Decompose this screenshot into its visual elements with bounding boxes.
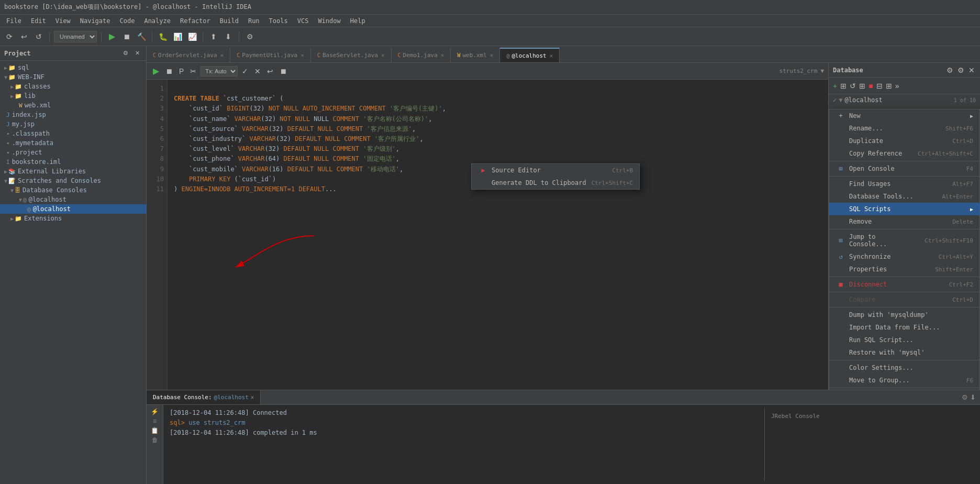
ctx-copy-ref[interactable]: Copy Reference Ctrl+Alt+Shift+C [829, 147, 979, 160]
tab-localhost[interactable]: @ @localhost ✕ [500, 48, 560, 62]
tab-baseservlet[interactable]: C BaseServlet.java ✕ [311, 48, 392, 62]
sql-run-btn[interactable]: ▶ [151, 65, 161, 77]
ctx-move-group[interactable]: Move to Group... F6 [829, 374, 979, 387]
toolbar-stop[interactable]: ⏹ [120, 30, 133, 43]
ctx-import[interactable]: Import Data from File... [829, 321, 979, 334]
tree-item-webinf[interactable]: ▼ 📁 WEB-INF [0, 72, 146, 82]
db-close-icon[interactable]: ✕ [967, 65, 976, 75]
ctx-dump[interactable]: Dump with 'mysqldump' [829, 309, 979, 321]
tab-close-paymentutil[interactable]: ✕ [300, 52, 304, 59]
menu-help[interactable]: Help [346, 16, 370, 26]
tree-item-project[interactable]: • .project [0, 148, 146, 157]
menu-refactor[interactable]: Refactor [176, 16, 215, 26]
sql-undo-btn[interactable]: ↩ [265, 66, 275, 76]
tree-item-extlibs[interactable]: ▶ 📚 External Libraries [0, 167, 146, 176]
toolbar-settings[interactable]: ⚙ [243, 30, 256, 43]
toolbar-vcs1[interactable]: ⬆ [207, 30, 220, 43]
ctx-duplicate[interactable]: Duplicate Ctrl+D [829, 135, 979, 147]
bottom-gear-icon[interactable]: ⚙ [962, 393, 968, 401]
menu-window[interactable]: Window [314, 16, 344, 26]
tab-close-demo1[interactable]: ✕ [441, 52, 444, 59]
sql-format-btn[interactable]: ✂ [188, 66, 198, 76]
menu-run[interactable]: Run [244, 16, 264, 26]
db-refresh-icon[interactable]: ⚙ [945, 65, 954, 75]
ctx-properties[interactable]: Properties Shift+Enter [829, 263, 979, 276]
db-localhost-row[interactable]: ✓ ▼ @localhost 1 of 10 [829, 94, 980, 106]
toolbar-vcs2[interactable]: ⬇ [222, 30, 235, 43]
ctx-jump-console[interactable]: ⊞ Jump to Console... Ctrl+Shift+F10 [829, 230, 979, 250]
bottom-download-icon[interactable]: ⬇ [970, 393, 976, 401]
ctx-sql-scripts[interactable]: SQL Scripts ▶ [829, 203, 979, 215]
ctx-rename[interactable]: Rename... Shift+F6 [829, 122, 979, 135]
db-add-btn[interactable]: + [832, 81, 838, 91]
menu-build[interactable]: Build [216, 16, 243, 26]
toolbar-undo[interactable]: ↺ [32, 30, 45, 43]
tree-item-webxml[interactable]: W web.xml [0, 101, 146, 110]
tree-item-indexjsp[interactable]: J index.jsp [0, 110, 146, 119]
tree-item-scratches[interactable]: ▼ 📝 Scratches and Consoles [0, 176, 146, 185]
tree-item-mymetadata[interactable]: • .mymetadata [0, 138, 146, 148]
sql-stop-btn[interactable]: ⏹ [163, 66, 175, 76]
toolbar-coverage[interactable]: 📊 [171, 30, 184, 43]
tree-item-lib[interactable]: ▶ 📁 lib [0, 91, 146, 101]
sql-stop2-btn[interactable]: ⏹ [277, 66, 289, 76]
bottom-sidebar-btn3[interactable]: 📋 [151, 427, 159, 434]
toolbar-build[interactable]: 🔨 [135, 30, 148, 43]
tab-demo1[interactable]: C Demo1.java ✕ [392, 48, 451, 62]
ctx-disconnect[interactable]: ■ Disconnect Ctrl+F2 [829, 278, 979, 291]
db-sync-btn[interactable]: ↺ [849, 81, 857, 91]
tree-item-sql[interactable]: ▶ 📁 sql [0, 63, 146, 72]
tab-close-baseservlet[interactable]: ✕ [381, 52, 385, 59]
menu-edit[interactable]: Edit [27, 16, 50, 26]
toolbar-profile-combo[interactable]: Unnamed [54, 31, 97, 42]
tree-item-classpath[interactable]: • .classpath [0, 129, 146, 138]
se-item-generate-ddl[interactable]: Generate DDL to Clipboard Ctrl+Shift+C [472, 177, 639, 189]
ctx-db-tools[interactable]: Database Tools... Alt+Enter [829, 190, 979, 203]
tab-paymentutil[interactable]: C PaymentUtil.java ✕ [230, 48, 311, 62]
tab-orderservlet[interactable]: C OrderServlet.java ✕ [147, 48, 230, 62]
db-stop-btn[interactable]: ■ [867, 81, 874, 91]
tx-combo[interactable]: Tx: Auto [201, 66, 238, 76]
ctx-color-settings[interactable]: Color Settings... [829, 361, 979, 374]
db-filter-btn[interactable]: ⊞ [885, 81, 893, 91]
tree-item-localhost2[interactable]: @ @localhost [0, 204, 146, 214]
ctx-remove[interactable]: Remove Delete [829, 215, 979, 228]
tx-commit-btn[interactable]: ✓ [240, 66, 250, 76]
ctx-run-sql[interactable]: Run SQL Script... [829, 334, 979, 346]
tx-rollback-btn[interactable]: ✕ [252, 66, 263, 76]
sql-run-file-btn[interactable]: P [177, 66, 186, 76]
toolbar-run[interactable]: ▶ [106, 30, 118, 43]
se-item-source-editor[interactable]: ▶ Source Editor Ctrl+B [472, 164, 639, 177]
ctx-restore[interactable]: Restore with 'mysql' [829, 346, 979, 359]
toolbar-forward[interactable]: ↩ [18, 30, 30, 43]
tree-item-localhost1[interactable]: ▼ @ @localhost [0, 195, 146, 204]
toolbar-profile2[interactable]: 📈 [186, 30, 198, 43]
menu-file[interactable]: File [2, 16, 26, 26]
bottom-tab-db-console[interactable]: Database Console: @localhost ✕ [147, 390, 261, 404]
menu-tools[interactable]: Tools [265, 16, 292, 26]
db-cols-btn[interactable]: ⊟ [875, 81, 884, 91]
tab-close-webxml[interactable]: ✕ [490, 52, 494, 59]
tree-item-iml[interactable]: I bookstore.iml [0, 157, 146, 167]
db-console-btn[interactable]: ⊞ [858, 81, 866, 91]
tab-webxml[interactable]: W web.xml ✕ [451, 48, 500, 62]
tree-item-myjsp[interactable]: J my.jsp [0, 119, 146, 129]
tree-item-dbconsoles[interactable]: ▼ 🗄 Database Consoles [0, 185, 146, 195]
tab-close-localhost[interactable]: ✕ [550, 52, 553, 59]
menu-analyze[interactable]: Analyze [140, 16, 175, 26]
tab-close-orderservlet[interactable]: ✕ [220, 52, 224, 59]
ctx-scripted[interactable]: Scripted Extensions [829, 389, 979, 390]
bottom-tab-close[interactable]: ✕ [251, 394, 254, 401]
toolbar-debug[interactable]: 🐛 [157, 30, 169, 43]
db-more-btn[interactable]: » [894, 81, 900, 91]
ctx-open-console[interactable]: ⊞ Open Console F4 [829, 162, 979, 175]
bottom-sidebar-btn4[interactable]: 🗑 [152, 436, 158, 444]
menu-vcs[interactable]: VCS [293, 16, 313, 26]
ctx-synchronize[interactable]: ↺ Synchronize Ctrl+Alt+Y [829, 250, 979, 263]
toolbar-back[interactable]: ⟳ [3, 30, 16, 43]
panel-close-icon[interactable]: ✕ [132, 49, 142, 58]
menu-view[interactable]: View [51, 16, 75, 26]
menu-navigate[interactable]: Navigate [76, 16, 115, 26]
bottom-sidebar-btn2[interactable]: ≡ [153, 417, 157, 425]
code-content[interactable]: CREATE TABLE `cst_customer` ( `cust_id` … [168, 80, 828, 390]
